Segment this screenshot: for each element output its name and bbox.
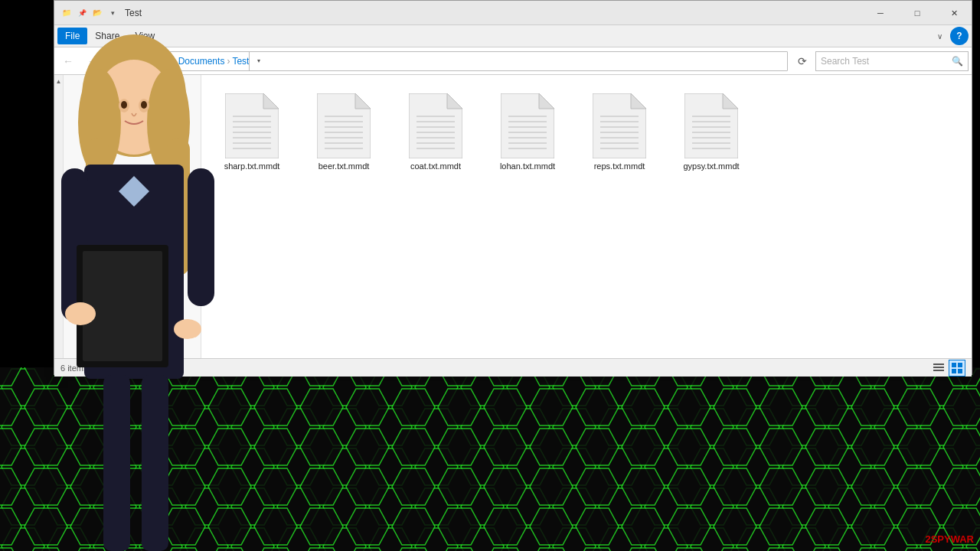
maximize-button[interactable]: □ — [900, 1, 935, 25]
pin-icon: 📌 — [76, 7, 88, 19]
svg-point-23 — [121, 101, 127, 109]
svg-rect-82 — [952, 363, 956, 367]
file-name-4: reps.txt.mmdt — [594, 161, 645, 171]
svg-rect-80 — [933, 367, 944, 368]
svg-marker-62 — [631, 93, 646, 109]
file-icon-3 — [501, 93, 554, 158]
file-item[interactable]: coat.txt.mmdt — [397, 87, 474, 177]
close-button[interactable]: ✕ — [936, 1, 972, 25]
file-item[interactable]: beer.txt.mmdt — [305, 87, 382, 177]
file-name-5: gypsy.txt.mmdt — [683, 161, 739, 171]
file-icon-2 — [409, 93, 462, 158]
svg-rect-83 — [958, 363, 962, 367]
search-placeholder: Search Test — [821, 56, 869, 67]
svg-marker-71 — [723, 93, 738, 109]
svg-rect-16 — [83, 251, 162, 361]
expand-ribbon-button[interactable]: ∨ — [932, 28, 947, 44]
svg-point-17 — [65, 302, 96, 325]
title-bar-icons: 📁 📌 📂 ▾ — [60, 7, 119, 19]
woman-figure — [0, 31, 276, 551]
svg-rect-79 — [933, 364, 944, 365]
view-buttons — [930, 360, 965, 377]
svg-marker-35 — [355, 93, 371, 109]
minimize-button[interactable]: ─ — [863, 1, 898, 25]
search-box[interactable]: Search Test 🔍 — [815, 51, 969, 71]
watermark-text2: SPYWAR — [931, 533, 974, 545]
file-area: sharp.txt.mmdt beer. — [201, 75, 972, 358]
window-controls: ─ □ ✕ — [863, 1, 972, 25]
file-icon-1 — [317, 93, 371, 158]
svg-rect-14 — [188, 168, 214, 306]
down-arrow-small: ▾ — [106, 7, 119, 19]
window-title: Test — [125, 8, 965, 18]
svg-marker-53 — [539, 93, 554, 109]
large-icons-view-button[interactable] — [949, 360, 965, 377]
help-button[interactable]: ? — [950, 27, 969, 45]
file-item[interactable]: gypsy.txt.mmdt — [673, 87, 750, 177]
refresh-button[interactable]: ⟳ — [792, 51, 812, 71]
search-icon: 🔍 — [952, 56, 963, 67]
svg-rect-20 — [142, 375, 168, 551]
svg-marker-44 — [447, 93, 462, 109]
file-item[interactable]: lohan.txt.mmdt — [489, 87, 566, 177]
svg-point-18 — [174, 319, 201, 339]
svg-rect-85 — [958, 369, 962, 373]
folder-icon-blue: 📂 — [91, 7, 103, 19]
file-name-3: lohan.txt.mmdt — [500, 161, 555, 171]
file-name-1: beer.txt.mmdt — [318, 161, 370, 171]
svg-rect-19 — [103, 375, 130, 551]
svg-rect-84 — [952, 369, 956, 373]
details-view-button[interactable] — [930, 360, 947, 377]
watermark-text: 2 — [925, 533, 930, 545]
watermark: 2SPYWAR — [925, 533, 974, 545]
folder-icon-gold: 📁 — [60, 7, 73, 19]
svg-point-24 — [141, 101, 147, 109]
title-bar: 📁 📌 📂 ▾ Test ─ □ ✕ — [54, 1, 972, 25]
file-name-2: coat.txt.mmdt — [410, 161, 461, 171]
file-icon-4 — [593, 93, 646, 158]
file-item[interactable]: reps.txt.mmdt — [581, 87, 658, 177]
menu-bar-right: ∨ ? — [932, 27, 969, 45]
file-icon-5 — [684, 93, 738, 158]
svg-rect-81 — [933, 370, 944, 371]
